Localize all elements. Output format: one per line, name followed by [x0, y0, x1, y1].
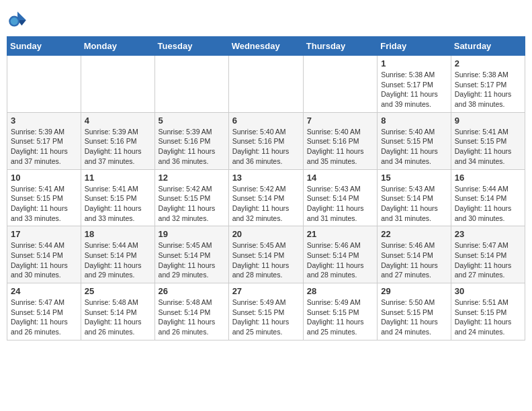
day-number: 29: [381, 286, 447, 296]
calendar-cell: 16Sunrise: 5:44 AM Sunset: 5:14 PM Dayli…: [451, 169, 525, 226]
day-number: 11: [85, 173, 151, 183]
calendar-cell: 18Sunrise: 5:44 AM Sunset: 5:14 PM Dayli…: [81, 226, 154, 283]
header-thursday: Thursday: [303, 37, 377, 56]
day-number: 4: [85, 116, 151, 126]
day-number: 16: [455, 173, 521, 183]
day-info: Sunrise: 5:50 AM Sunset: 5:15 PM Dayligh…: [381, 298, 447, 337]
calendar-cell: 17Sunrise: 5:44 AM Sunset: 5:14 PM Dayli…: [7, 226, 81, 283]
day-info: Sunrise: 5:41 AM Sunset: 5:15 PM Dayligh…: [455, 127, 521, 167]
calendar-cell: 21Sunrise: 5:46 AM Sunset: 5:14 PM Dayli…: [303, 226, 377, 283]
day-number: 27: [232, 286, 300, 296]
day-info: Sunrise: 5:46 AM Sunset: 5:14 PM Dayligh…: [307, 240, 373, 280]
week-row-2: 3Sunrise: 5:39 AM Sunset: 5:17 PM Daylig…: [7, 112, 525, 169]
calendar-cell: [154, 56, 228, 113]
day-number: 19: [159, 229, 225, 239]
page-header: [7, 7, 525, 31]
calendar-cell: 1Sunrise: 5:38 AM Sunset: 5:17 PM Daylig…: [378, 56, 451, 113]
calendar-cell: 23Sunrise: 5:47 AM Sunset: 5:14 PM Dayli…: [451, 226, 525, 283]
day-number: 1: [381, 58, 447, 68]
week-row-4: 17Sunrise: 5:44 AM Sunset: 5:14 PM Dayli…: [7, 226, 525, 283]
day-info: Sunrise: 5:43 AM Sunset: 5:14 PM Dayligh…: [307, 184, 373, 224]
calendar-cell: 25Sunrise: 5:48 AM Sunset: 5:14 PM Dayli…: [81, 283, 154, 340]
header-saturday: Saturday: [451, 37, 525, 56]
day-number: 9: [455, 116, 521, 126]
calendar-cell: [228, 56, 303, 113]
day-number: 15: [381, 173, 447, 183]
day-info: Sunrise: 5:38 AM Sunset: 5:17 PM Dayligh…: [381, 70, 447, 109]
day-number: 18: [85, 229, 151, 239]
day-info: Sunrise: 5:45 AM Sunset: 5:14 PM Dayligh…: [232, 240, 300, 280]
day-info: Sunrise: 5:44 AM Sunset: 5:14 PM Dayligh…: [85, 240, 151, 280]
day-info: Sunrise: 5:38 AM Sunset: 5:17 PM Dayligh…: [455, 70, 521, 109]
day-info: Sunrise: 5:43 AM Sunset: 5:14 PM Dayligh…: [381, 184, 447, 224]
day-info: Sunrise: 5:40 AM Sunset: 5:15 PM Dayligh…: [381, 127, 447, 167]
calendar-cell: 14Sunrise: 5:43 AM Sunset: 5:14 PM Dayli…: [303, 169, 377, 226]
day-number: 22: [381, 229, 447, 239]
day-number: 17: [11, 229, 77, 239]
calendar-table: SundayMondayTuesdayWednesdayThursdayFrid…: [7, 36, 525, 340]
header-tuesday: Tuesday: [154, 37, 228, 56]
calendar-cell: [7, 56, 81, 113]
calendar-body: 1Sunrise: 5:38 AM Sunset: 5:17 PM Daylig…: [7, 56, 525, 340]
calendar-cell: 12Sunrise: 5:42 AM Sunset: 5:15 PM Dayli…: [154, 169, 228, 226]
day-info: Sunrise: 5:40 AM Sunset: 5:16 PM Dayligh…: [307, 127, 373, 167]
day-info: Sunrise: 5:49 AM Sunset: 5:15 PM Dayligh…: [232, 298, 300, 337]
calendar-header: SundayMondayTuesdayWednesdayThursdayFrid…: [7, 37, 525, 56]
calendar-cell: 7Sunrise: 5:40 AM Sunset: 5:16 PM Daylig…: [303, 112, 377, 169]
day-number: 8: [381, 116, 447, 126]
calendar-cell: 27Sunrise: 5:49 AM Sunset: 5:15 PM Dayli…: [228, 283, 303, 340]
day-info: Sunrise: 5:51 AM Sunset: 5:15 PM Dayligh…: [455, 298, 521, 337]
svg-point-3: [11, 17, 18, 25]
calendar-cell: 8Sunrise: 5:40 AM Sunset: 5:15 PM Daylig…: [378, 112, 451, 169]
day-number: 3: [11, 116, 77, 126]
day-number: 30: [455, 286, 521, 296]
day-info: Sunrise: 5:48 AM Sunset: 5:14 PM Dayligh…: [159, 298, 225, 337]
day-info: Sunrise: 5:47 AM Sunset: 5:14 PM Dayligh…: [455, 240, 521, 280]
calendar-cell: 28Sunrise: 5:49 AM Sunset: 5:15 PM Dayli…: [303, 283, 377, 340]
day-info: Sunrise: 5:47 AM Sunset: 5:14 PM Dayligh…: [11, 298, 77, 337]
day-info: Sunrise: 5:42 AM Sunset: 5:14 PM Dayligh…: [232, 184, 300, 224]
day-number: 23: [455, 229, 521, 239]
day-info: Sunrise: 5:41 AM Sunset: 5:15 PM Dayligh…: [11, 184, 77, 224]
day-number: 21: [307, 229, 373, 239]
header-wednesday: Wednesday: [228, 37, 303, 56]
day-info: Sunrise: 5:41 AM Sunset: 5:15 PM Dayligh…: [85, 184, 151, 224]
calendar-cell: 5Sunrise: 5:39 AM Sunset: 5:16 PM Daylig…: [154, 112, 228, 169]
day-number: 26: [159, 286, 225, 296]
day-number: 5: [159, 116, 225, 126]
week-row-3: 10Sunrise: 5:41 AM Sunset: 5:15 PM Dayli…: [7, 169, 525, 226]
calendar-cell: 29Sunrise: 5:50 AM Sunset: 5:15 PM Dayli…: [378, 283, 451, 340]
logo-icon: [7, 9, 28, 31]
day-number: 7: [307, 116, 373, 126]
day-number: 2: [455, 58, 521, 68]
day-number: 12: [159, 173, 225, 183]
day-info: Sunrise: 5:39 AM Sunset: 5:17 PM Dayligh…: [11, 127, 77, 167]
day-number: 24: [11, 286, 77, 296]
calendar-cell: 2Sunrise: 5:38 AM Sunset: 5:17 PM Daylig…: [451, 56, 525, 113]
week-row-1: 1Sunrise: 5:38 AM Sunset: 5:17 PM Daylig…: [7, 56, 525, 113]
day-number: 6: [232, 116, 300, 126]
calendar-cell: 10Sunrise: 5:41 AM Sunset: 5:15 PM Dayli…: [7, 169, 81, 226]
calendar-cell: [303, 56, 377, 113]
calendar-cell: 6Sunrise: 5:40 AM Sunset: 5:16 PM Daylig…: [228, 112, 303, 169]
calendar-cell: 11Sunrise: 5:41 AM Sunset: 5:15 PM Dayli…: [81, 169, 154, 226]
day-number: 25: [85, 286, 151, 296]
calendar-cell: 26Sunrise: 5:48 AM Sunset: 5:14 PM Dayli…: [154, 283, 228, 340]
day-info: Sunrise: 5:44 AM Sunset: 5:14 PM Dayligh…: [11, 240, 77, 280]
day-info: Sunrise: 5:40 AM Sunset: 5:16 PM Dayligh…: [232, 127, 300, 167]
week-row-5: 24Sunrise: 5:47 AM Sunset: 5:14 PM Dayli…: [7, 283, 525, 340]
calendar-cell: 19Sunrise: 5:45 AM Sunset: 5:14 PM Dayli…: [154, 226, 228, 283]
calendar-cell: 13Sunrise: 5:42 AM Sunset: 5:14 PM Dayli…: [228, 169, 303, 226]
day-info: Sunrise: 5:44 AM Sunset: 5:14 PM Dayligh…: [455, 184, 521, 224]
calendar-cell: 24Sunrise: 5:47 AM Sunset: 5:14 PM Dayli…: [7, 283, 81, 340]
calendar-cell: 4Sunrise: 5:39 AM Sunset: 5:16 PM Daylig…: [81, 112, 154, 169]
calendar-cell: 9Sunrise: 5:41 AM Sunset: 5:15 PM Daylig…: [451, 112, 525, 169]
calendar-cell: 22Sunrise: 5:46 AM Sunset: 5:14 PM Dayli…: [378, 226, 451, 283]
calendar-cell: 3Sunrise: 5:39 AM Sunset: 5:17 PM Daylig…: [7, 112, 81, 169]
day-info: Sunrise: 5:49 AM Sunset: 5:15 PM Dayligh…: [307, 298, 373, 337]
day-number: 10: [11, 173, 77, 183]
day-info: Sunrise: 5:48 AM Sunset: 5:14 PM Dayligh…: [85, 298, 151, 337]
calendar-cell: 30Sunrise: 5:51 AM Sunset: 5:15 PM Dayli…: [451, 283, 525, 340]
day-info: Sunrise: 5:46 AM Sunset: 5:14 PM Dayligh…: [381, 240, 447, 280]
day-info: Sunrise: 5:45 AM Sunset: 5:14 PM Dayligh…: [159, 240, 225, 280]
